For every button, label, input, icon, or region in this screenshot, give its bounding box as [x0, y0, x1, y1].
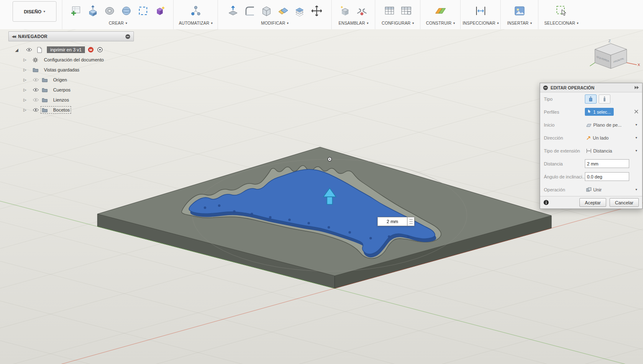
press-pull-icon[interactable] [226, 4, 240, 18]
collapse-all-icon[interactable] [125, 34, 131, 39]
toolbar-label-insertar[interactable]: INSERTAR▾ [507, 21, 532, 25]
navigator-item-lienzos[interactable]: ▷ Lienzos [8, 95, 134, 105]
expand-arrow-icon[interactable]: ▷ [23, 78, 33, 82]
expand-arrow-icon[interactable]: ▷ [23, 108, 33, 112]
navigator-item-configuracion[interactable]: ▷ Configuración del documento [8, 55, 134, 65]
extrude-icon[interactable] [86, 4, 100, 18]
item-label: Bocetos [53, 107, 70, 112]
item-label: Lienzos [53, 97, 69, 102]
tipo-extension-dropdown[interactable]: Distancia ▾ [585, 146, 638, 155]
toolbar-label-seleccionar[interactable]: SELECCIONAR▾ [544, 21, 579, 25]
caret-down-icon: ▾ [577, 22, 579, 25]
collapse-panel-icon[interactable]: ◀◀ [12, 35, 15, 38]
activate-component-radio-icon[interactable] [97, 47, 106, 53]
visibility-eye-icon[interactable] [33, 78, 42, 82]
viewport-3d[interactable]: ◀◀ NAVEGADOR ◢ inprimir en 3 v1 M ▷ [0, 29, 643, 364]
edit-feature-dialog: EDITAR OPERACIÓN Tipo Perfiles 1 selec..… [540, 83, 643, 209]
visibility-eye-icon[interactable] [26, 48, 37, 52]
toolbar-label-construir[interactable]: CONSTRUIR▾ [426, 21, 455, 25]
design-menu-button[interactable]: DISEÑO ▾ [13, 1, 56, 22]
automate-icon[interactable] [189, 4, 203, 18]
offset-face-icon[interactable] [293, 4, 307, 18]
toolbar-group-configurar: CONFIGURAR▾ [375, 0, 420, 29]
revolve-icon[interactable] [102, 4, 117, 18]
select-icon[interactable] [554, 4, 569, 18]
configuration-table-icon[interactable] [399, 4, 413, 18]
pattern-box-icon[interactable] [136, 4, 150, 18]
shell-icon[interactable] [259, 4, 274, 18]
move-icon[interactable] [310, 4, 324, 18]
direccion-dropdown[interactable]: Un lado ▾ [585, 133, 638, 143]
inicio-dropdown[interactable]: Plano de pe... ▾ [585, 120, 638, 130]
navigator-item-bocetos[interactable]: ▷ Bocetos [8, 105, 134, 115]
navigator-item-vistas-guardadas[interactable]: ▷ Vistas guardadas [8, 65, 134, 75]
toolbar-label-inspeccionar[interactable]: INSPECCIONAR▾ [463, 21, 499, 25]
extrude-type-selected-button[interactable] [585, 94, 597, 104]
toolbar-label-configurar[interactable]: CONFIGURAR▾ [382, 21, 414, 25]
navigator-item-cuerpos[interactable]: ▷ Cuerpos [8, 85, 134, 95]
caret-down-icon: ▾ [412, 22, 414, 25]
navigator-item-origen[interactable]: ▷ Origen [8, 75, 134, 85]
navigator-tree: ◢ inprimir en 3 v1 M ▷ Configuración del… [8, 45, 134, 115]
field-label: Distancia [544, 161, 585, 166]
design-menu-label: DISEÑO [24, 9, 41, 14]
navigator-header[interactable]: ◀◀ NAVEGADOR [8, 31, 134, 41]
measure-icon[interactable] [474, 4, 488, 18]
visibility-eye-icon[interactable] [33, 88, 42, 92]
operacion-dropdown[interactable]: Unir ▾ [585, 185, 638, 194]
visibility-eye-icon[interactable] [33, 98, 42, 102]
expand-arrow-icon[interactable]: ▷ [23, 98, 33, 102]
expand-arrow-icon[interactable]: ▷ [23, 58, 33, 62]
sweep-icon[interactable] [119, 4, 133, 18]
toolbar-label-ensamblar[interactable]: ENSAMBLAR▾ [338, 21, 369, 25]
dimension-input-box [377, 217, 415, 226]
dimension-drag-handle-icon[interactable] [407, 217, 415, 226]
toolbar-group-seleccionar: SELECCIONAR▾ [538, 0, 584, 29]
accept-button[interactable]: Aceptar [579, 198, 606, 207]
dialog-titlebar[interactable]: EDITAR OPERACIÓN [540, 83, 642, 92]
fillet-icon[interactable] [243, 4, 257, 18]
combine-icon[interactable] [276, 4, 290, 18]
toolbar-label-modificar[interactable]: MODIFICAR▾ [261, 21, 289, 25]
visibility-eye-icon[interactable] [33, 108, 42, 112]
expand-arrow-icon[interactable]: ▷ [23, 88, 33, 92]
toolbar-group-crear: CREAR▾ [62, 0, 174, 29]
direction-arrow-icon [586, 135, 591, 140]
boolean-union-icon [586, 187, 592, 192]
caret-down-icon: ▾ [635, 188, 637, 191]
configuration-icon[interactable] [382, 4, 397, 18]
toolbar-label-automatizar[interactable]: AUTOMATIZAR▾ [179, 21, 213, 25]
form-icon[interactable] [153, 4, 167, 18]
distancia-input[interactable] [585, 159, 629, 168]
folder-icon [33, 67, 42, 72]
document-name[interactable]: inprimir en 3 v1 [47, 46, 85, 53]
toolbar-label-crear[interactable]: CREAR▾ [109, 21, 127, 25]
create-sketch-icon[interactable] [69, 4, 83, 18]
joint-icon[interactable] [355, 4, 369, 18]
modified-badge-icon: M [88, 47, 97, 53]
clear-selection-icon[interactable] [634, 109, 638, 115]
profiles-selection-chip[interactable]: 1 selec... [585, 108, 614, 116]
insert-image-icon[interactable] [512, 4, 527, 18]
navigator-item-document[interactable]: ◢ inprimir en 3 v1 M [8, 45, 134, 55]
view-cube[interactable]: Z IZQUIERDA FRONTAL X [589, 38, 641, 74]
plane-icon [586, 122, 592, 127]
svg-text:M: M [90, 48, 92, 52]
dimension-value-input[interactable] [377, 217, 407, 226]
caret-down-icon: ▾ [44, 10, 45, 13]
cancel-button[interactable]: Cancelar [610, 198, 639, 207]
expand-arrow-icon[interactable]: ▷ [23, 68, 33, 72]
folder-icon [42, 107, 51, 112]
info-icon[interactable] [543, 200, 549, 205]
new-component-icon[interactable] [338, 4, 352, 18]
construct-plane-icon[interactable] [433, 4, 448, 18]
expand-arrow-icon[interactable]: ◢ [15, 48, 26, 52]
field-label: Ángulo de inclinaci... [544, 174, 585, 179]
gear-icon [33, 57, 42, 63]
navigator-title: NAVEGADOR [18, 34, 47, 39]
navigator-panel: ◀◀ NAVEGADOR ◢ inprimir en 3 v1 M ▷ [8, 31, 134, 115]
caret-down-icon: ▾ [497, 22, 499, 25]
detach-panel-icon[interactable] [634, 86, 639, 89]
extrude-type-thin-button[interactable] [599, 94, 610, 104]
angulo-input[interactable] [585, 172, 629, 181]
